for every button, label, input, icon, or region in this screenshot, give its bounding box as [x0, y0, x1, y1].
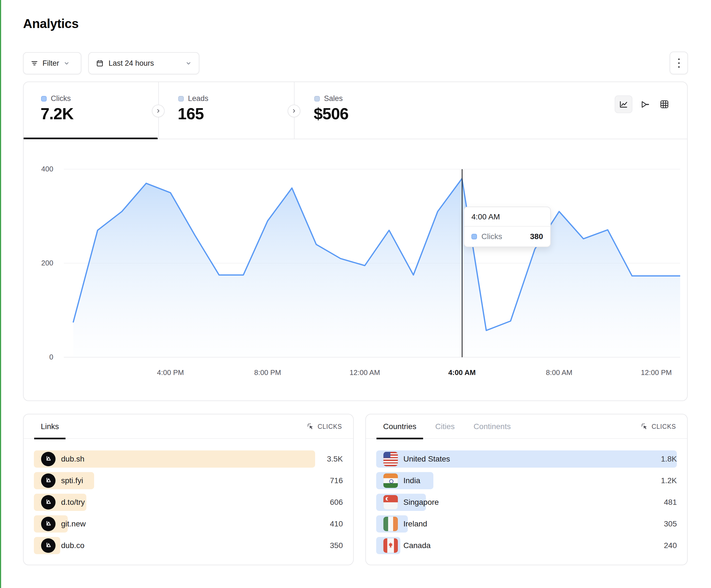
- y-axis-tick: 0: [33, 353, 53, 361]
- dub-logo-icon: [41, 452, 56, 466]
- metric-selector[interactable]: CLICKS: [307, 414, 342, 439]
- country-row[interactable]: India1.2K: [376, 472, 677, 489]
- clicks-value: 7.2K: [41, 104, 73, 123]
- country-row[interactable]: Canada240: [376, 537, 677, 554]
- calendar-icon: [96, 60, 104, 67]
- links-panel: Links CLICKS dub.sh3.5Kspti.fyi716d.to/t…: [23, 414, 354, 565]
- y-axis-tick: 200: [33, 259, 53, 267]
- x-axis-tick: 12:00 PM: [641, 368, 672, 377]
- date-range-label: Last 24 hours: [109, 59, 154, 68]
- country-row[interactable]: Singapore481: [376, 494, 677, 511]
- country-label: Singapore: [403, 498, 439, 507]
- links-panel-header: Links CLICKS: [24, 414, 353, 439]
- next-stat-button[interactable]: [152, 105, 165, 117]
- window-edge-accent: [0, 0, 1, 588]
- link-label: d.to/try: [61, 498, 85, 507]
- filter-button-label: Filter: [42, 59, 59, 68]
- country-clicks-value: 481: [664, 498, 677, 507]
- funnel-view-icon: [640, 99, 649, 109]
- link-clicks-value: 606: [330, 498, 343, 507]
- more-menu-icon: [678, 59, 680, 68]
- filter-button[interactable]: Filter: [23, 52, 81, 74]
- country-clicks-value: 1.2K: [661, 476, 677, 485]
- country-clicks-value: 305: [664, 520, 677, 528]
- countries-panel-header: Countries Cities Continents CLICKS: [366, 414, 687, 439]
- date-range-button[interactable]: Last 24 hours: [88, 52, 199, 74]
- x-axis: 4:00 PM8:00 PM12:00 AM4:00 AM8:00 AM12:0…: [64, 368, 680, 380]
- stat-label: Clicks: [51, 94, 71, 103]
- country-clicks-value: 240: [664, 541, 677, 550]
- x-axis-tick: 8:00 PM: [254, 368, 281, 377]
- leads-value: 165: [178, 104, 204, 123]
- next-stat-button[interactable]: [288, 105, 300, 117]
- tab-links[interactable]: Links: [34, 414, 66, 439]
- link-row[interactable]: dub.co350: [34, 537, 343, 554]
- ca-flag-icon: [383, 538, 398, 553]
- country-row[interactable]: Ireland305: [376, 515, 677, 533]
- x-axis-tick: 4:00 AM: [448, 368, 476, 377]
- hover-crosshair: [462, 169, 462, 357]
- sg-flag-icon: [383, 495, 398, 510]
- tab-continents-label: Continents: [474, 422, 511, 431]
- tooltip-series-label: Clicks: [481, 232, 502, 241]
- metric-selector[interactable]: CLICKS: [641, 414, 676, 439]
- clicks-area-chart[interactable]: [64, 165, 680, 358]
- link-clicks-value: 350: [330, 541, 343, 550]
- x-axis-tick: 8:00 AM: [546, 368, 572, 377]
- tab-clicks[interactable]: Clicks 7.2K: [24, 82, 158, 139]
- chevron-down-icon: [64, 60, 70, 66]
- y-axis-tick: 400: [33, 165, 53, 173]
- link-row[interactable]: d.to/try606: [34, 494, 343, 511]
- page-title: Analytics: [23, 16, 79, 31]
- clicks-swatch-icon: [41, 96, 47, 101]
- tab-continents[interactable]: Continents: [467, 414, 517, 439]
- metric-label: CLICKS: [318, 423, 342, 430]
- link-clicks-value: 410: [330, 520, 343, 528]
- country-label: India: [403, 476, 420, 485]
- countries-panel: Countries Cities Continents CLICKS Unite…: [365, 414, 688, 565]
- link-label: dub.sh: [61, 455, 84, 463]
- dub-logo-icon: [41, 517, 56, 531]
- country-row[interactable]: United States1.8K: [376, 450, 677, 468]
- tab-links-label: Links: [41, 422, 59, 431]
- ie-flag-icon: [383, 517, 398, 531]
- table-view-button[interactable]: [660, 99, 669, 109]
- country-label: Canada: [403, 541, 431, 550]
- tab-countries[interactable]: Countries: [376, 414, 423, 439]
- link-clicks-value: 3.5K: [327, 455, 343, 463]
- dub-logo-icon: [41, 473, 56, 488]
- filter-icon: [31, 60, 38, 67]
- chevron-right-icon: [291, 108, 297, 114]
- tab-cities[interactable]: Cities: [429, 414, 461, 439]
- stat-label: Sales: [324, 94, 343, 103]
- chevron-right-icon: [155, 108, 161, 114]
- cursor-click-icon: [307, 423, 315, 430]
- sales-value: $506: [314, 104, 348, 123]
- more-menu-button[interactable]: [670, 51, 688, 74]
- country-label: Ireland: [403, 520, 427, 528]
- analytics-chart-card: Clicks 7.2K Leads 165 Sales $506: [23, 82, 688, 401]
- link-label: dub.co: [61, 541, 84, 550]
- in-flag-icon: [383, 473, 398, 488]
- country-clicks-value: 1.8K: [661, 455, 677, 463]
- tab-sales[interactable]: Sales $506: [295, 82, 433, 139]
- cursor-click-icon: [641, 423, 649, 430]
- link-row[interactable]: spti.fyi716: [34, 472, 343, 489]
- x-axis-tick: 12:00 AM: [349, 368, 380, 377]
- tab-leads[interactable]: Leads 165: [159, 82, 294, 139]
- x-axis-tick: 4:00 PM: [157, 368, 184, 377]
- link-row[interactable]: dub.sh3.5K: [34, 450, 343, 468]
- clicks-legend-square: [471, 234, 477, 239]
- us-flag-icon: [383, 452, 398, 466]
- dub-logo-icon: [41, 538, 56, 553]
- funnel-view-button[interactable]: [640, 99, 649, 109]
- chevron-down-icon: [186, 60, 192, 66]
- chart-tooltip: 4:00 AM Clicks 380: [464, 207, 551, 247]
- link-row[interactable]: git.new410: [34, 515, 343, 533]
- line-chart-view-icon: [619, 99, 628, 109]
- area-fill: [73, 179, 680, 357]
- line-chart-view-button[interactable]: [615, 95, 632, 113]
- tooltip-time: 4:00 AM: [464, 207, 550, 227]
- country-label: United States: [403, 455, 450, 463]
- dub-logo-icon: [41, 495, 56, 510]
